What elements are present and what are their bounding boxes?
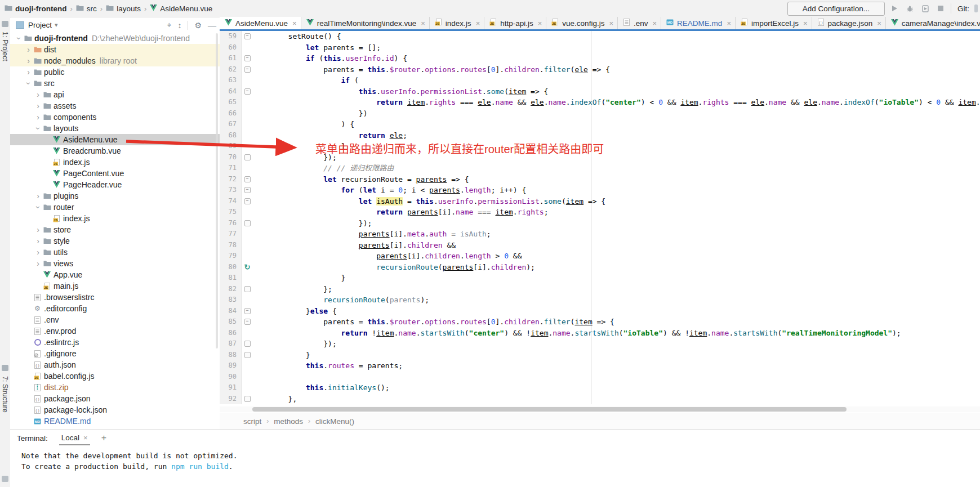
tree-item[interactable]: .eslintrc.js [10, 337, 220, 348]
tree-item[interactable]: ›style [10, 235, 220, 247]
project-panel-title[interactable]: Project [28, 21, 52, 29]
fold-marker[interactable] [242, 382, 253, 394]
tree-item[interactable]: ›router [10, 202, 220, 213]
fold-marker[interactable] [242, 152, 253, 163]
fold-marker[interactable]: − [242, 64, 253, 75]
chevron-icon[interactable]: › [34, 259, 42, 268]
code-line[interactable]: 75 return parents[i].name === item.right… [220, 207, 980, 218]
hide-panel-icon[interactable]: — [208, 20, 216, 30]
code-line[interactable]: 61− if (this.userInfo.id) { [220, 53, 980, 64]
fold-marker[interactable] [242, 272, 253, 284]
fold-open-icon[interactable]: − [244, 176, 251, 182]
fold-open-icon[interactable]: − [244, 55, 251, 61]
code-line[interactable]: 65 return item.rights === ele.name && el… [220, 97, 980, 108]
fold-marker[interactable] [242, 207, 253, 218]
breadcrumb-item[interactable]: AsideMenu.vue [150, 5, 212, 13]
code-line[interactable]: 77 parents[i].meta.auth = isAuth; [220, 229, 980, 240]
tree-item[interactable]: ›duoji-frontendD:\zheheWeb\duoji-fronten… [10, 33, 220, 44]
fold-marker[interactable]: − [242, 86, 253, 97]
close-icon[interactable]: × [83, 434, 88, 442]
fold-marker[interactable] [242, 284, 253, 295]
coverage-icon[interactable] [920, 3, 930, 14]
code-line[interactable]: 92 }, [220, 394, 980, 405]
fold-marker[interactable]: − [242, 185, 253, 196]
fold-marker[interactable] [242, 163, 253, 174]
code-line[interactable]: 68 return ele; [220, 130, 980, 141]
chevron-icon[interactable]: › [34, 90, 42, 99]
chevron-icon[interactable]: › [24, 79, 33, 88]
fold-marker[interactable] [242, 328, 253, 339]
code-line[interactable]: 87 }); [220, 338, 980, 350]
code-line[interactable]: 88 } [220, 350, 980, 361]
code-line[interactable]: 76 }); [220, 218, 980, 229]
stop-icon[interactable] [936, 3, 946, 14]
fold-marker[interactable] [242, 294, 253, 306]
fold-marker[interactable] [242, 108, 253, 119]
fold-marker[interactable] [242, 218, 253, 229]
tree-item[interactable]: Breadcrumb.vue [10, 145, 220, 157]
tree-item[interactable]: ›store [10, 224, 220, 235]
add-configuration-button[interactable]: Add Configuration... [787, 2, 885, 16]
tree-item[interactable]: JSmain.js [10, 280, 220, 292]
favorites-tool-icon[interactable] [2, 476, 8, 482]
fold-marker[interactable]: − [242, 53, 253, 64]
fold-marker[interactable] [242, 229, 253, 240]
tree-item[interactable]: ›components [10, 111, 220, 123]
fold-close-icon[interactable] [244, 341, 251, 347]
close-icon[interactable]: × [609, 19, 613, 28]
close-icon[interactable]: × [727, 19, 731, 28]
tree-item[interactable]: .env [10, 314, 220, 325]
editor-tab[interactable]: JShttp-api.js× [484, 17, 546, 29]
editor-tab[interactable]: AsideMenu.vue× [220, 17, 301, 29]
chevron-icon[interactable]: › [24, 45, 33, 54]
collapse-all-icon[interactable]: ↕ [177, 21, 181, 30]
fold-close-icon[interactable] [244, 286, 251, 292]
tree-item[interactable]: .env.prod [10, 325, 220, 337]
fold-marker[interactable]: − [242, 31, 253, 42]
breadcrumb[interactable]: duoji-frontend›src›layouts›AsideMenu.vue [0, 5, 212, 13]
code-line[interactable]: 67 ) { [220, 119, 980, 130]
editor-breadcrumb-item[interactable]: script [243, 417, 261, 426]
chevron-icon[interactable]: › [34, 113, 42, 122]
code-line[interactable]: 91 this.initialKeys(); [220, 382, 980, 394]
chevron-icon[interactable]: › [34, 236, 42, 245]
fold-marker[interactable] [242, 240, 253, 251]
code-line[interactable]: 83 recursionRoute(parents); [220, 294, 980, 306]
close-icon[interactable]: × [421, 19, 425, 28]
close-icon[interactable]: × [653, 19, 657, 28]
tree-item[interactable]: ›src [10, 78, 220, 89]
tree-item[interactable]: PageHeader.vue [10, 179, 220, 190]
terminal-tab-local[interactable]: Local × [59, 431, 90, 445]
chevron-icon[interactable]: › [34, 225, 42, 234]
breadcrumb-item[interactable]: layouts [106, 5, 141, 13]
code-line[interactable]: 60 let parents = []; [220, 42, 980, 53]
tool-strip-structure-label[interactable]: 7: Structure [1, 376, 9, 413]
editor-tab[interactable]: {)package.json× [812, 17, 886, 29]
chevron-icon[interactable]: › [34, 191, 42, 200]
code-line[interactable]: 85− parents = this.$router.options.route… [220, 316, 980, 328]
chevron-icon[interactable]: › [24, 68, 33, 77]
editor-tab[interactable]: JSvue.config.js× [546, 17, 618, 29]
close-icon[interactable]: × [803, 19, 808, 28]
editor-tab[interactable]: JSindex.js× [430, 17, 484, 29]
code-line[interactable]: 59− setRoute() { [220, 31, 980, 42]
tree-item[interactable]: ⚙.editorconfig [10, 303, 220, 314]
fold-close-icon[interactable] [244, 220, 251, 226]
git-update-icon[interactable] [974, 5, 978, 12]
code-line[interactable]: 89 this.routes = parents; [220, 360, 980, 372]
chevron-icon[interactable]: › [34, 101, 42, 110]
tree-item[interactable]: AsideMenu.vue [10, 134, 220, 145]
tree-item[interactable]: ›utils [10, 247, 220, 258]
tree-item[interactable]: MDREADME.md [10, 415, 220, 427]
fold-close-icon[interactable] [244, 154, 251, 160]
tree-item[interactable]: {)auth.json [10, 359, 220, 370]
close-icon[interactable]: × [476, 19, 480, 28]
chevron-icon[interactable]: › [34, 124, 43, 133]
tree-scrollbar[interactable] [216, 33, 218, 349]
tree-item[interactable]: .gitignore [10, 348, 220, 359]
fold-open-icon[interactable]: − [244, 66, 251, 73]
tree-item[interactable]: ›views [10, 258, 220, 269]
tree-item[interactable]: PageContent.vue [10, 168, 220, 179]
tree-item[interactable]: ›plugins [10, 190, 220, 202]
fold-marker[interactable] [242, 394, 253, 405]
